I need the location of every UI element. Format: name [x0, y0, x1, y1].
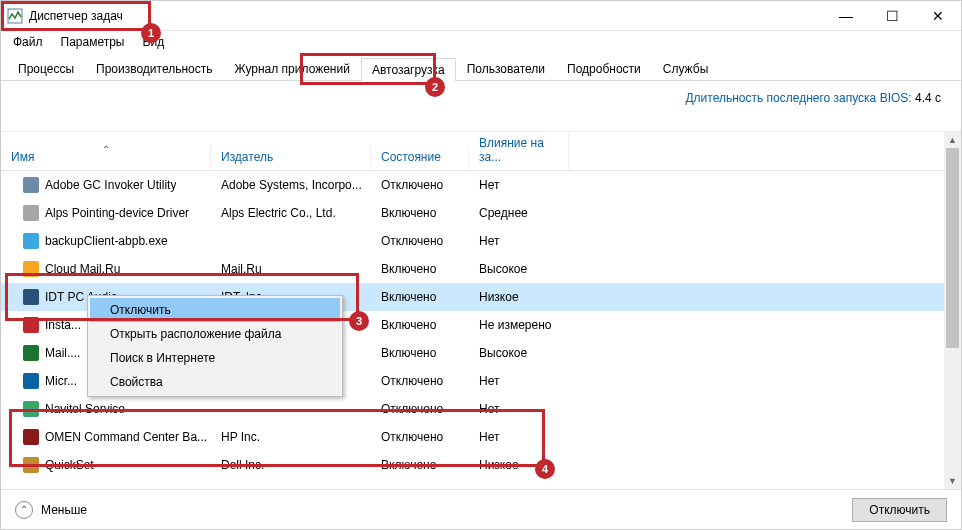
bios-label: Длительность последнего запуска BIOS: — [685, 91, 911, 105]
column-impact[interactable]: Влияние на за... — [469, 132, 569, 170]
app-icon — [23, 457, 39, 473]
app-icon — [23, 177, 39, 193]
tab-details[interactable]: Подробности — [556, 57, 652, 80]
app-name-text: Cloud Mail.Ru — [45, 262, 120, 276]
app-name-text: QuickSet — [45, 458, 94, 472]
cell-state: Включено — [371, 206, 469, 220]
cell-name: Alps Pointing-device Driver — [1, 205, 211, 221]
cell-state: Отключено — [371, 402, 469, 416]
fewer-details-button[interactable]: ⌃ Меньше — [15, 501, 87, 519]
app-icon — [23, 373, 39, 389]
cell-impact: Высокое — [469, 346, 569, 360]
cell-impact: Нет — [469, 234, 569, 248]
table-row[interactable]: Adobe GC Invoker UtilityAdobe Systems, I… — [1, 171, 944, 199]
app-icon — [23, 317, 39, 333]
table-row[interactable]: Alps Pointing-device DriverAlps Electric… — [1, 199, 944, 227]
cell-impact: Высокое — [469, 262, 569, 276]
cell-publisher: Mail.Ru — [211, 262, 371, 276]
table-row[interactable]: QuickSetDell Inc.ВключеноНизкое — [1, 451, 944, 479]
scroll-up-arrow-icon[interactable]: ▲ — [944, 131, 961, 148]
menu-bar: Файл Параметры Вид — [1, 31, 961, 53]
column-publisher[interactable]: Издатель — [211, 146, 371, 170]
column-name[interactable]: ⌃ Имя — [1, 146, 211, 170]
cell-publisher: Adobe Systems, Incorpo... — [211, 178, 371, 192]
column-name-label: Имя — [11, 150, 34, 164]
close-button[interactable]: ✕ — [915, 1, 961, 30]
context-menu-item[interactable]: Свойства — [90, 370, 340, 394]
context-menu: ОтключитьОткрыть расположение файлаПоиск… — [87, 295, 343, 397]
tab-users[interactable]: Пользователи — [456, 57, 556, 80]
cell-impact: Нет — [469, 178, 569, 192]
menu-options[interactable]: Параметры — [53, 33, 133, 51]
app-name-text: Mail.... — [45, 346, 80, 360]
disable-button[interactable]: Отключить — [852, 498, 947, 522]
cell-impact: Низкое — [469, 458, 569, 472]
title-bar: Диспетчер задач — ☐ ✕ — [1, 1, 961, 31]
app-icon — [23, 429, 39, 445]
app-name-text: Adobe GC Invoker Utility — [45, 178, 176, 192]
app-name-text: backupClient-abpb.exe — [45, 234, 168, 248]
cell-state: Отключено — [371, 178, 469, 192]
app-icon — [23, 261, 39, 277]
bios-duration-line: Длительность последнего запуска BIOS: 4.… — [1, 81, 961, 111]
app-icon — [23, 345, 39, 361]
scroll-down-arrow-icon[interactable]: ▼ — [944, 472, 961, 489]
app-name-text: Micr... — [45, 374, 77, 388]
window-title: Диспетчер задач — [29, 9, 123, 23]
cell-name: OMEN Command Center Ba... — [1, 429, 211, 445]
cell-publisher: Dell Inc. — [211, 458, 371, 472]
app-icon — [23, 401, 39, 417]
footer: ⌃ Меньше Отключить — [1, 489, 961, 529]
cell-name: Cloud Mail.Ru — [1, 261, 211, 277]
app-name-text: OMEN Command Center Ba... — [45, 430, 207, 444]
maximize-button[interactable]: ☐ — [869, 1, 915, 30]
tab-app-history[interactable]: Журнал приложений — [224, 57, 361, 80]
minimize-button[interactable]: — — [823, 1, 869, 30]
tab-startup[interactable]: Автозагрузка — [361, 58, 456, 81]
vertical-scrollbar[interactable]: ▲ ▼ — [944, 131, 961, 489]
table-row[interactable]: Navitel ServiceОтключеноНет — [1, 395, 944, 423]
table-row[interactable]: Cloud Mail.RuMail.RuВключеноВысокое — [1, 255, 944, 283]
cell-state: Отключено — [371, 430, 469, 444]
tab-processes[interactable]: Процессы — [7, 57, 85, 80]
task-manager-icon — [7, 8, 23, 24]
tabs-bar: Процессы Производительность Журнал прило… — [1, 57, 961, 81]
cell-impact: Среднее — [469, 206, 569, 220]
cell-name: QuickSet — [1, 457, 211, 473]
context-menu-item[interactable]: Поиск в Интернете — [90, 346, 340, 370]
column-state[interactable]: Состояние — [371, 146, 469, 170]
bios-value: 4.4 с — [915, 91, 941, 105]
cell-impact: Нет — [469, 430, 569, 444]
tab-services[interactable]: Службы — [652, 57, 719, 80]
menu-view[interactable]: Вид — [134, 33, 172, 51]
scroll-thumb[interactable] — [946, 148, 959, 348]
app-icon — [23, 289, 39, 305]
cell-impact: Низкое — [469, 290, 569, 304]
table-row[interactable]: OMEN Command Center Ba...HP Inc.Отключен… — [1, 423, 944, 451]
app-icon — [23, 233, 39, 249]
tab-performance[interactable]: Производительность — [85, 57, 223, 80]
app-name-text: Insta... — [45, 318, 81, 332]
cell-name: Adobe GC Invoker Utility — [1, 177, 211, 193]
context-menu-item[interactable]: Отключить — [90, 298, 340, 322]
cell-impact: Нет — [469, 402, 569, 416]
cell-publisher: HP Inc. — [211, 430, 371, 444]
cell-state: Отключено — [371, 234, 469, 248]
cell-publisher: Alps Electric Co., Ltd. — [211, 206, 371, 220]
cell-state: Включено — [371, 318, 469, 332]
cell-state: Отключено — [371, 374, 469, 388]
sort-ascending-icon: ⌃ — [102, 144, 110, 155]
table-row[interactable]: backupClient-abpb.exeОтключеноНет — [1, 227, 944, 255]
app-name-text: Alps Pointing-device Driver — [45, 206, 189, 220]
context-menu-item[interactable]: Открыть расположение файла — [90, 322, 340, 346]
cell-impact: Не измерено — [469, 318, 569, 332]
cell-state: Включено — [371, 290, 469, 304]
menu-file[interactable]: Файл — [5, 33, 51, 51]
fewer-label: Меньше — [41, 503, 87, 517]
cell-name: Navitel Service — [1, 401, 211, 417]
cell-impact: Нет — [469, 374, 569, 388]
chevron-up-circle-icon: ⌃ — [15, 501, 33, 519]
app-icon — [23, 205, 39, 221]
cell-state: Включено — [371, 262, 469, 276]
app-name-text: Navitel Service — [45, 402, 125, 416]
